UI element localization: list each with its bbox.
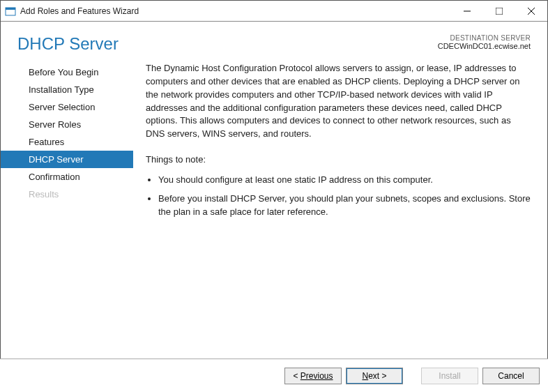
header: DHCP Server DESTINATION SERVER CDECWinDC… — [1, 22, 547, 59]
note-item: Before you install DHCP Server, you shou… — [158, 193, 531, 219]
nav-item-results: Results — [1, 186, 133, 203]
nav-item-before-you-begin[interactable]: Before You Begin — [1, 63, 133, 81]
cancel-button[interactable]: Cancel — [482, 368, 540, 384]
main-pane: The Dynamic Host Configuration Protocol … — [133, 59, 547, 352]
titlebar: Add Roles and Features Wizard — [1, 1, 547, 22]
nav-item-server-selection[interactable]: Server Selection — [1, 98, 133, 116]
footer: < Previous Next > Install Cancel — [0, 359, 548, 392]
intro-text: The Dynamic Host Configuration Protocol … — [146, 62, 531, 141]
previous-button[interactable]: < Previous — [284, 368, 342, 384]
notes-list: You should configure at least one static… — [146, 174, 531, 219]
install-button: Install — [421, 368, 478, 384]
maximize-button[interactable] — [483, 1, 515, 22]
nav-item-installation-type[interactable]: Installation Type — [1, 81, 133, 98]
nav-item-server-roles[interactable]: Server Roles — [1, 116, 133, 133]
window-title: Add Roles and Features Wizard — [20, 6, 451, 16]
notes-heading: Things to note: — [146, 153, 531, 167]
content: Before You Begin Installation Type Serve… — [1, 59, 547, 352]
svg-rect-1 — [6, 8, 15, 10]
close-button[interactable] — [515, 1, 547, 22]
next-button[interactable]: Next > — [346, 368, 403, 384]
destination-label: DESTINATION SERVER — [438, 34, 531, 42]
wizard-nav: Before You Begin Installation Type Serve… — [1, 59, 133, 352]
svg-rect-3 — [496, 8, 503, 15]
nav-item-confirmation[interactable]: Confirmation — [1, 168, 133, 186]
destination-server: DESTINATION SERVER CDECWinDC01.ecwise.ne… — [438, 34, 531, 50]
note-item: You should configure at least one static… — [158, 174, 531, 187]
nav-item-features[interactable]: Features — [1, 133, 133, 151]
nav-item-dhcp-server[interactable]: DHCP Server — [1, 151, 133, 168]
page-title: DHCP Server — [17, 34, 119, 54]
wizard-icon — [5, 6, 16, 17]
minimize-button[interactable] — [451, 1, 483, 22]
destination-value: CDECWinDC01.ecwise.net — [438, 42, 531, 50]
